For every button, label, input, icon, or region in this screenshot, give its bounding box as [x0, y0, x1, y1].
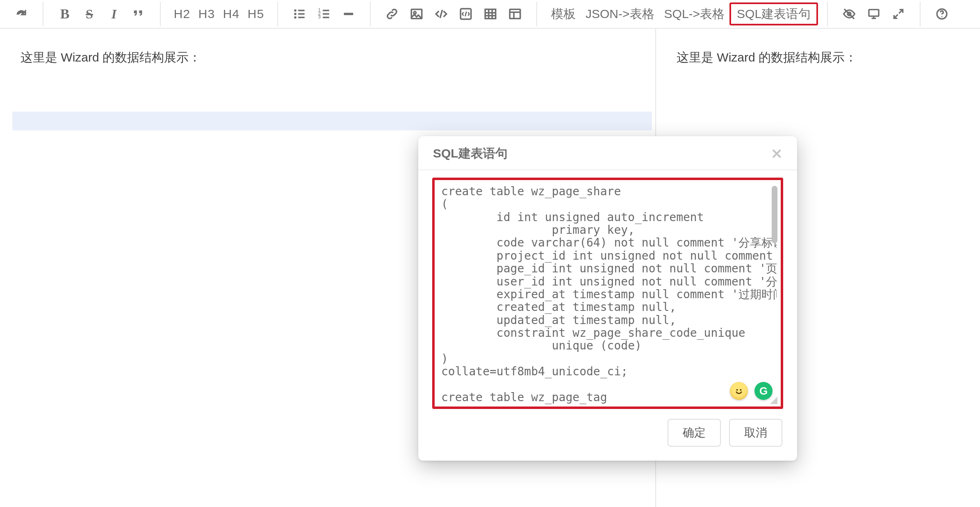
hr-icon — [342, 7, 356, 21]
modal-close-button[interactable]: ✕ — [771, 147, 782, 161]
json-to-table-button[interactable]: JSON->表格 — [581, 4, 659, 24]
svg-point-4 — [294, 16, 296, 19]
sql-textarea[interactable] — [440, 184, 777, 408]
redo-icon — [14, 7, 28, 21]
strike-button[interactable]: S — [77, 4, 102, 24]
desktop-icon — [867, 7, 880, 21]
redo-button[interactable] — [9, 4, 34, 24]
svg-rect-18 — [485, 9, 496, 19]
toolbar-group-insert — [371, 0, 536, 28]
source-intro-text: 这里是 Wizard 的数据结构展示： — [21, 49, 643, 66]
grammarly-icon: G — [759, 385, 768, 397]
template-button[interactable]: 模板 — [546, 4, 581, 24]
toolbar-group-history — [0, 0, 43, 28]
help-icon — [935, 7, 948, 21]
ul-button[interactable] — [287, 4, 312, 24]
toolbar-group-view — [828, 0, 920, 28]
ol-icon: 1 2 3 — [317, 7, 331, 21]
toolbar-group-text: B S I — [43, 0, 160, 28]
expand-icon — [892, 7, 905, 21]
svg-point-34 — [941, 16, 943, 17]
modal-header: SQL建表语句 ✕ — [418, 136, 797, 170]
italic-button[interactable]: I — [102, 4, 126, 24]
svg-point-2 — [294, 13, 296, 15]
preview-intro-text: 这里是 Wizard 的数据结构展示： — [677, 49, 968, 66]
toolbar-group-heading: H2 H3 H4 H5 — [161, 0, 277, 28]
editor-toolbar: B S I H2 H3 H4 H5 1 2 3 — [0, 0, 980, 29]
svg-rect-23 — [510, 9, 520, 19]
script-button[interactable] — [454, 4, 478, 24]
sql-to-table-button[interactable]: SQL->表格 — [659, 4, 730, 24]
hr-button[interactable] — [336, 4, 361, 24]
blockquote-button[interactable] — [126, 4, 151, 24]
editor-active-line — [12, 112, 652, 130]
textarea-scrollbar[interactable] — [772, 186, 777, 243]
ol-button[interactable]: 1 2 3 — [312, 4, 336, 24]
modal-title: SQL建表语句 — [433, 145, 508, 162]
script-icon — [459, 7, 473, 21]
table-icon — [483, 7, 497, 21]
content-area: 这里是 Wizard 的数据结构展示： 这里是 Wizard 的数据结构展示： … — [0, 29, 980, 507]
modal-body: G — [418, 170, 797, 413]
blockquote-icon — [132, 7, 146, 21]
sql-create-modal: SQL建表语句 ✕ G 确定 — [418, 136, 797, 461]
layout-button[interactable] — [503, 4, 527, 24]
image-icon — [410, 7, 424, 21]
confirm-button[interactable]: 确定 — [668, 419, 721, 447]
svg-line-15 — [440, 10, 442, 18]
table-button[interactable] — [478, 4, 503, 24]
preview-hide-button[interactable] — [837, 4, 861, 24]
link-button[interactable] — [380, 4, 404, 24]
smile-icon — [733, 385, 745, 397]
sql-textarea-wrapper — [432, 178, 783, 409]
h3-button[interactable]: H3 — [194, 4, 219, 24]
svg-text:3: 3 — [318, 14, 321, 19]
svg-line-17 — [465, 11, 467, 16]
eye-off-icon — [843, 7, 856, 21]
emoji-picker-button[interactable] — [730, 382, 748, 400]
help-button[interactable] — [930, 4, 954, 24]
svg-point-0 — [294, 9, 296, 12]
toolbar-group-templates: 模板 JSON->表格 SQL->表格 SQL建表语句 — [537, 0, 827, 28]
h5-button[interactable]: H5 — [244, 4, 268, 24]
code-button[interactable] — [429, 4, 454, 24]
bold-button[interactable]: B — [52, 4, 77, 24]
h2-button[interactable]: H2 — [170, 4, 194, 24]
svg-point-36 — [740, 389, 741, 391]
modal-footer: 确定 取消 — [418, 413, 797, 461]
svg-point-35 — [736, 389, 738, 391]
toolbar-group-list: 1 2 3 — [278, 0, 370, 28]
layout-icon — [508, 7, 522, 21]
cancel-button[interactable]: 取消 — [729, 419, 782, 447]
code-icon — [434, 7, 448, 21]
grammarly-button[interactable]: G — [754, 382, 773, 400]
svg-rect-28 — [869, 9, 879, 16]
sql-create-button[interactable]: SQL建表语句 — [729, 2, 818, 25]
close-icon: ✕ — [771, 146, 782, 162]
toolbar-group-help — [921, 0, 963, 28]
svg-point-14 — [414, 11, 416, 14]
textarea-resize-handle[interactable] — [770, 397, 777, 404]
link-icon — [385, 7, 399, 21]
image-button[interactable] — [404, 4, 429, 24]
fullscreen-button[interactable] — [886, 4, 911, 24]
h4-button[interactable]: H4 — [219, 4, 244, 24]
ul-icon — [292, 7, 306, 21]
desktop-button[interactable] — [861, 4, 886, 24]
